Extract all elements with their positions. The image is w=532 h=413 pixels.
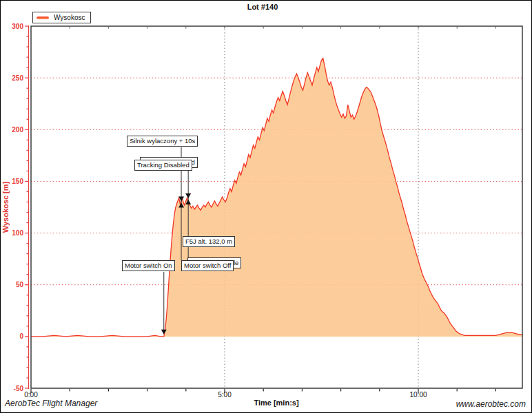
website-link[interactable]: www.aerobtec.com — [456, 399, 526, 409]
y-tick-label: -50 — [14, 385, 24, 392]
y-axis-title: Wysokosc [m] — [1, 162, 11, 252]
x-tick-label: 0:00 — [24, 391, 38, 399]
app-name: AerobTec Flight Manager — [5, 399, 97, 408]
y-tick-label: 250 — [12, 74, 23, 82]
y-tick-label: 50 — [16, 281, 24, 288]
y-tick-label: 100 — [12, 229, 23, 237]
x-tick-label: 10:00 — [409, 391, 427, 399]
flight-manager-chart-window: Lot #140 Wysokosc -500501001502002503000… — [0, 0, 532, 413]
marker-arrow-icon — [185, 193, 191, 198]
y-tick-label: 0 — [19, 332, 23, 340]
y-tick-label: 200 — [12, 126, 23, 134]
x-axis-title: Time [min:s] — [228, 399, 325, 407]
annotation-motor-switch-off: Motor switch Off — [181, 260, 234, 271]
altitude-series-swatch-icon — [37, 17, 49, 19]
legend-item-wysokosc: Wysokosc — [54, 14, 85, 21]
annotation-f5j-altitude: F5J alt. 132,0 m — [183, 236, 235, 247]
y-tick-label: 150 — [12, 178, 23, 185]
x-tick-label: 5:00 — [218, 391, 232, 399]
annotation-tracking-disabled: Tracking Disabled — [134, 160, 192, 171]
annotation-motor-switch-on: Motor switch On — [122, 260, 175, 271]
legend-box: Wysokosc — [32, 12, 91, 23]
y-tick-label: 300 — [12, 23, 23, 30]
annotation-silnik-wylaczony: Silnik wylaczony + 10s — [127, 136, 198, 147]
altitude-chart-canvas: -500501001502002503000:005:0010:00 — [1, 1, 531, 412]
